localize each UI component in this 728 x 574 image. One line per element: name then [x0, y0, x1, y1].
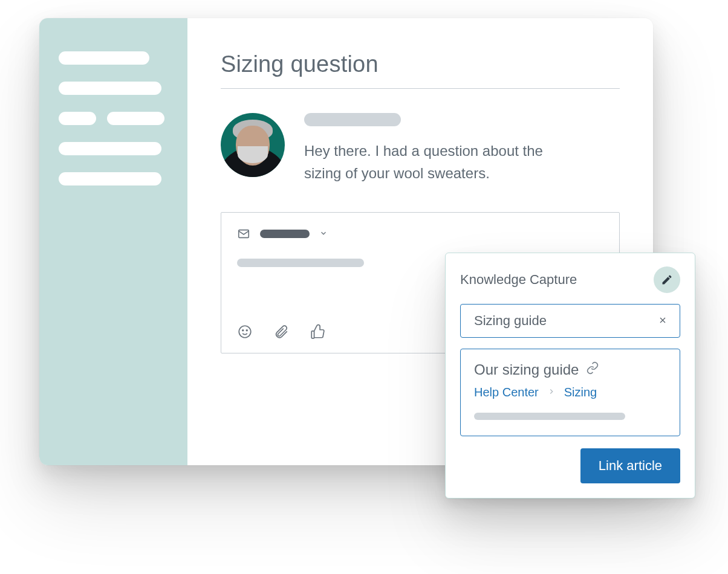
- breadcrumb-section[interactable]: Sizing: [564, 385, 597, 399]
- close-icon: [658, 315, 668, 325]
- panel-title: Knowledge Capture: [460, 272, 577, 288]
- edit-button[interactable]: [654, 266, 680, 293]
- sidebar-item[interactable]: [59, 82, 161, 95]
- breadcrumb-root[interactable]: Help Center: [474, 385, 539, 399]
- search-result[interactable]: Our sizing guide Help Center Sizing: [460, 349, 680, 436]
- reply-body-placeholder[interactable]: [237, 259, 364, 267]
- pencil-icon: [661, 274, 673, 286]
- result-snippet-placeholder: [474, 413, 625, 420]
- message-text: Hey there. I had a question about the si…: [304, 140, 576, 184]
- chevron-down-icon[interactable]: [319, 229, 328, 239]
- customer-name-placeholder: [304, 113, 401, 126]
- sidebar-item[interactable]: [107, 112, 164, 125]
- sidebar-item[interactable]: [59, 51, 149, 65]
- search-input[interactable]: [473, 312, 649, 329]
- result-title: Our sizing guide: [474, 361, 579, 378]
- link-article-button[interactable]: Link article: [580, 448, 680, 483]
- chevron-right-icon: [547, 386, 556, 399]
- emoji-icon[interactable]: [237, 324, 253, 342]
- divider: [221, 88, 620, 89]
- svg-point-1: [239, 326, 251, 338]
- sidebar-item[interactable]: [59, 112, 96, 125]
- svg-point-2: [242, 330, 244, 331]
- search-box[interactable]: [460, 304, 680, 338]
- svg-point-3: [246, 330, 247, 331]
- customer-message: Hey there. I had a question about the si…: [221, 113, 620, 184]
- paperclip-icon[interactable]: [273, 324, 289, 342]
- mail-icon: [237, 227, 250, 240]
- ticket-title: Sizing question: [221, 51, 620, 77]
- thumbs-up-icon[interactable]: [310, 324, 325, 342]
- sidebar-item[interactable]: [59, 172, 161, 185]
- reply-type-selector[interactable]: [260, 230, 310, 238]
- clear-search-button[interactable]: [655, 312, 670, 329]
- avatar: [221, 113, 285, 177]
- sidebar: [39, 18, 187, 465]
- knowledge-capture-panel: Knowledge Capture Our sizing guide Help …: [445, 253, 695, 498]
- link-icon: [586, 361, 599, 378]
- sidebar-item[interactable]: [59, 142, 161, 155]
- breadcrumb: Help Center Sizing: [474, 385, 666, 399]
